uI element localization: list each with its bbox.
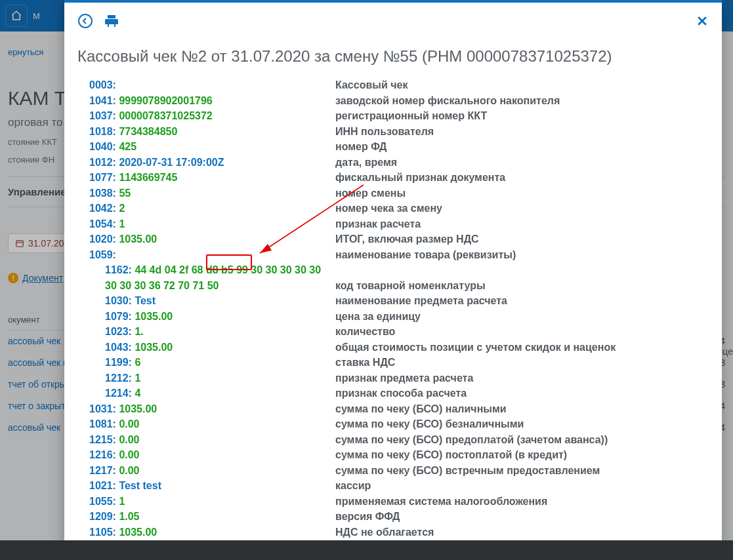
date-value: 31.07.202 (28, 238, 69, 249)
tag-value: 7734384850 (119, 126, 177, 137)
receipt-row: 1105: 1035.00НДС не облагается (77, 525, 709, 540)
tag-description: сумма по чеку (БСО) предоплатой (зачетом… (335, 432, 709, 448)
tag-description: код товарной номенклатуры (335, 278, 709, 294)
tag-description: фискальный признак документа (335, 170, 709, 186)
home-icon (10, 10, 22, 22)
tag-code: 1217: (89, 465, 116, 476)
tag-description: регистрационный номер ККТ (335, 108, 709, 124)
tag-description: наименование товара (реквизиты) (335, 247, 709, 263)
tag-code: 1081: (89, 418, 116, 430)
tag-value: 9999078902001796 (119, 95, 212, 106)
tag-description: сумма по чеку (БСО) безналичными (335, 416, 709, 432)
receipt-row: 1217: 0.00сумма по чеку (БСО) встречным … (77, 463, 709, 479)
tag-code: 1031: (89, 403, 116, 414)
tag-value: 1035.00 (119, 527, 157, 538)
tag-code: 1215: (89, 434, 116, 445)
tag-description: наименование предмета расчета (335, 293, 709, 309)
tag-code: 1209: (89, 511, 116, 522)
svg-point-2 (79, 14, 92, 28)
receipt-row: 1037: 0000078371025372регистрационный но… (77, 108, 709, 124)
tag-code: 1199: (105, 357, 132, 368)
tag-value: 1 (119, 218, 125, 230)
receipt-row: 1040: 425номер ФД (77, 139, 709, 155)
receipt-row: 1059:наименование товара (реквизиты) (77, 247, 709, 263)
receipt-row: 1209: 1.05версия ФФД (77, 509, 709, 525)
tag-value: 0.00 (119, 449, 139, 460)
tag-description: ставка НДС (335, 355, 709, 370)
receipt-row: 1215: 0.00сумма по чеку (БСО) предоплато… (77, 432, 709, 448)
row-label: ассовый чек к (8, 357, 67, 368)
tag-code: 1079: (105, 311, 132, 322)
warning-link[interactable]: Документ (22, 273, 63, 283)
close-icon (696, 14, 709, 28)
receipt-row: 1216: 0.00сумма по чеку (БСО) постоплато… (77, 447, 709, 463)
tag-value: 1035.00 (119, 233, 157, 245)
tag-value: 1 (119, 496, 125, 507)
svg-rect-3 (109, 24, 114, 27)
tag-description: ИТОГ, включая размер НДС (335, 231, 709, 247)
back-button[interactable] (77, 13, 93, 29)
tag-value: 0.00 (119, 418, 139, 430)
tag-value: Test (135, 295, 156, 306)
tag-description: номер ФД (335, 139, 709, 155)
tag-description (335, 262, 709, 278)
modal-title: Кассовый чек №2 от 31.07.2020 за смену №… (77, 47, 709, 66)
tag-code: 1023: (105, 326, 132, 337)
tag-value: 2 (119, 203, 125, 214)
tag-description: ИНН пользователя (335, 124, 709, 140)
tag-code: 1059: (89, 249, 116, 260)
tag-code: 1020: (89, 233, 116, 245)
arrow-left-circle-icon (77, 13, 93, 29)
tag-code: 1055: (89, 496, 116, 507)
receipt-row: 1077: 1143669745фискальный признак докум… (77, 170, 709, 186)
tag-description: признак расчета (335, 216, 709, 232)
receipt-row: 30 30 30 36 72 70 71 50код товарной номе… (77, 278, 709, 294)
tag-value: 1143669745 (119, 172, 177, 183)
tag-value: 1035.00 (135, 311, 173, 322)
tag-description: цена за единицу (335, 309, 709, 325)
annotation-highlight-box (206, 254, 252, 270)
row-label: ассовый чек (8, 422, 60, 433)
tag-value: 1 (135, 372, 140, 384)
receipt-row: 1041: 9999078902001796заводской номер фи… (77, 93, 709, 109)
tag-code: 1077: (89, 172, 116, 183)
tag-value: 0.00 (119, 434, 139, 445)
tag-description: сумма по чеку (БСО) постоплатой (в креди… (335, 447, 709, 463)
tag-code: 1018: (89, 126, 116, 137)
row-label: тчет об откры (8, 379, 66, 390)
close-button[interactable] (696, 14, 709, 28)
tag-value: 4 (135, 388, 140, 399)
tag-code: 1162: (105, 264, 132, 275)
receipt-row: 1023: 1.количество (77, 324, 709, 340)
tag-value: 1035.00 (119, 403, 157, 414)
tag-description: сумма по чеку (БСО) встречным предоставл… (335, 463, 709, 479)
print-button[interactable] (104, 13, 119, 29)
receipt-body: 0003:Кассовый чек1041: 9999078902001796з… (77, 77, 709, 540)
tag-code: 1216: (89, 449, 116, 460)
tag-description: версия ФФД (335, 509, 709, 525)
receipt-row: 1043: 1035.00общая стоимость позиции с у… (77, 340, 709, 355)
tag-code: 1021: (89, 480, 116, 491)
tag-description: применяемая система налогообложения (335, 494, 709, 510)
receipt-row: 1012: 2020-07-31 17:09:00Zдата, время (77, 155, 709, 170)
receipt-row: 1042: 2номер чека за смену (77, 201, 709, 216)
modal-toolbar (77, 9, 709, 33)
receipt-row: 1055: 1применяемая система налогообложен… (77, 494, 709, 510)
tag-value: 30 30 30 36 72 70 71 50 (105, 280, 219, 291)
home-button[interactable] (5, 5, 28, 27)
tag-code: 1212: (105, 372, 132, 384)
tag-value: 55 (119, 188, 131, 199)
receipt-row: 1018: 7734384850ИНН пользователя (77, 124, 709, 140)
tag-description: кассир (335, 478, 709, 494)
tag-value: 0000078371025372 (119, 110, 212, 121)
tag-description: заводской номер фискального накопителя (335, 93, 709, 109)
receipt-row: 1030: Testнаименование предмета расчета (77, 293, 709, 309)
tag-code: 1012: (89, 157, 116, 168)
receipt-row: 1081: 0.00сумма по чеку (БСО) безналичны… (77, 416, 709, 432)
tag-value: 1.05 (119, 511, 139, 522)
row-label: тчет о закрыт (8, 401, 66, 411)
tag-description: номер смены (335, 186, 709, 201)
tag-code: 1054: (89, 218, 116, 230)
tag-code: 1214: (105, 388, 132, 399)
tag-value: 2020-07-31 17:09:00Z (119, 157, 224, 168)
